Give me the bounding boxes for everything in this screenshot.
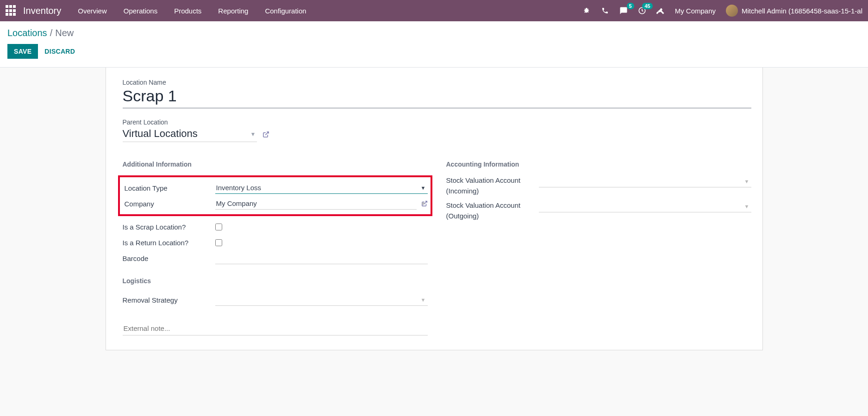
parent-location-block: Parent Location ▼ — [123, 118, 751, 142]
sva-outgoing-row: Stock Valuation Account (Outgoing) ▼ — [446, 200, 751, 225]
topbar-right: 5 45 My Company Mitchell Admin (16856458… — [582, 5, 862, 17]
barcode-label: Barcode — [123, 255, 210, 262]
phone-icon[interactable] — [601, 6, 609, 15]
left-column: Additional Information Location Type ▼ C… — [123, 161, 428, 337]
company-label: Company — [123, 200, 210, 208]
save-button[interactable]: SAVE — [7, 44, 38, 59]
location-name-label: Location Name — [123, 79, 751, 86]
activity-icon[interactable]: 45 — [638, 6, 646, 15]
barcode-row: Barcode — [123, 250, 428, 266]
company-selector[interactable]: My Company — [675, 7, 716, 15]
breadcrumb-sep: / — [50, 28, 53, 38]
nav-products[interactable]: Products — [174, 7, 201, 15]
highlight-box: Location Type ▼ Company ▼ — [118, 175, 432, 216]
app-title: Inventory — [23, 6, 61, 16]
external-note-input[interactable] — [123, 322, 428, 335]
bug-icon[interactable] — [582, 6, 591, 15]
company-row: Company ▼ — [123, 196, 428, 211]
accounting-section-title: Accounting Information — [446, 161, 751, 168]
nav-operations[interactable]: Operations — [124, 7, 157, 15]
sva-outgoing-label: Stock Valuation Account (Outgoing) — [446, 200, 533, 221]
removal-select[interactable] — [215, 294, 428, 306]
location-name-input[interactable] — [123, 87, 751, 108]
tools-icon[interactable] — [656, 6, 665, 15]
external-link-icon[interactable] — [262, 131, 269, 138]
user-name: Mitchell Admin (16856458-saas-15-1-al — [742, 7, 862, 15]
nav-overview[interactable]: Overview — [78, 7, 107, 15]
avatar — [726, 5, 738, 17]
sva-incoming-select[interactable] — [539, 175, 751, 187]
is-return-checkbox[interactable] — [215, 239, 222, 246]
messages-badge: 5 — [627, 3, 634, 9]
apps-icon[interactable] — [6, 5, 17, 16]
external-link-icon[interactable] — [421, 200, 428, 207]
sva-outgoing-select[interactable] — [539, 200, 751, 212]
breadcrumb: Locations / New — [7, 28, 861, 38]
is-return-label: Is a Return Location? — [123, 239, 210, 247]
nav-reporting[interactable]: Reporting — [218, 7, 248, 15]
action-bar: SAVE DISCARD — [7, 38, 861, 67]
parent-location-select[interactable]: ▼ — [123, 127, 257, 142]
parent-location-input[interactable] — [123, 127, 257, 142]
location-type-label: Location Type — [123, 184, 210, 192]
right-column: Accounting Information Stock Valuation A… — [446, 161, 751, 337]
is-scrap-checkbox[interactable] — [215, 224, 222, 230]
nav-configuration[interactable]: Configuration — [265, 7, 306, 15]
location-type-row: Location Type ▼ — [123, 180, 428, 196]
barcode-input[interactable] — [215, 252, 428, 264]
user-menu[interactable]: Mitchell Admin (16856458-saas-15-1-al — [726, 5, 862, 17]
parent-location-label: Parent Location — [123, 118, 751, 126]
breadcrumb-parent[interactable]: Locations — [7, 28, 47, 38]
additional-section-title: Additional Information — [123, 161, 428, 168]
topbar: Inventory Overview Operations Products R… — [0, 0, 868, 21]
breadcrumb-bar: Locations / New SAVE DISCARD — [0, 21, 868, 67]
activity-badge: 45 — [642, 3, 652, 9]
nav-menu: Overview Operations Products Reporting C… — [78, 7, 306, 15]
logistics-section: Logistics Removal Strategy ▼ — [123, 277, 428, 308]
breadcrumb-current: New — [55, 28, 74, 38]
is-return-row: Is a Return Location? — [123, 235, 428, 250]
sva-incoming-label: Stock Valuation Account (Incoming) — [446, 175, 533, 196]
is-scrap-row: Is a Scrap Location? — [123, 219, 428, 235]
location-type-select[interactable] — [215, 182, 428, 194]
messages-icon[interactable]: 5 — [619, 6, 628, 15]
removal-row: Removal Strategy ▼ — [123, 292, 428, 308]
company-select[interactable] — [215, 198, 417, 210]
sva-incoming-row: Stock Valuation Account (Incoming) ▼ — [446, 175, 751, 200]
logistics-section-title: Logistics — [123, 277, 428, 285]
is-scrap-label: Is a Scrap Location? — [123, 223, 210, 231]
removal-label: Removal Strategy — [123, 296, 210, 304]
form-sheet: Location Name Parent Location ▼ Addition… — [106, 68, 763, 350]
form-columns: Additional Information Location Type ▼ C… — [123, 161, 751, 337]
discard-button[interactable]: DISCARD — [44, 48, 75, 55]
